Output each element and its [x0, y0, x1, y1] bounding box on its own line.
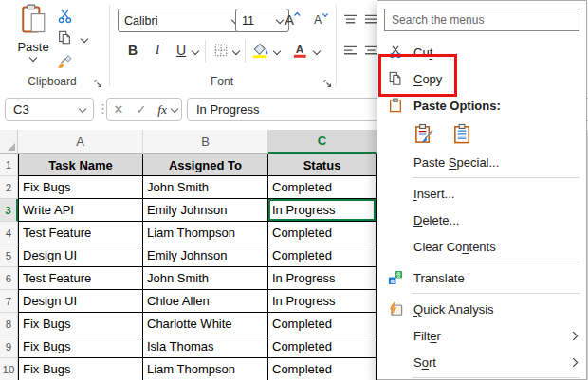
menu-item-label: Sort [413, 355, 436, 370]
menu-item-copy[interactable]: Copy [377, 65, 586, 92]
menu-item-quick-analysis[interactable]: Quick Analysis [377, 296, 586, 322]
increase-font-size-icon: A [282, 10, 301, 27]
borders-button[interactable] [211, 40, 231, 61]
row-header-2[interactable]: 2 [0, 176, 18, 199]
menu-item-label: Insert... [413, 187, 454, 201]
cell-C10[interactable]: Completed [268, 358, 377, 380]
row-header-6[interactable]: 6 [0, 267, 18, 290]
cell-A2[interactable]: Fix Bugs [18, 176, 143, 199]
decrease-font-size-icon: A [311, 11, 329, 27]
cell-A10[interactable]: Fix Bugs [18, 358, 143, 380]
column-header-B[interactable]: B [143, 130, 268, 154]
cell-C3[interactable]: In Progress [268, 199, 377, 222]
fill-color-chevron-icon[interactable] [273, 47, 281, 55]
menu-item-delete[interactable]: Delete... [377, 207, 586, 233]
row-header-10[interactable]: 10 [0, 358, 18, 380]
decrease-font-size-button[interactable]: A [309, 9, 330, 29]
select-all-corner[interactable] [0, 130, 18, 154]
align-left-button[interactable] [340, 40, 360, 61]
cell-B7[interactable]: Chloe Allen [143, 290, 268, 313]
menu-item-label: Copy [413, 72, 442, 86]
cell-C5[interactable]: Completed [268, 244, 377, 267]
cell-A4[interactable]: Test Feature [18, 222, 143, 244]
fill-color-icon [251, 43, 269, 59]
row-header-1[interactable]: 1 [0, 154, 18, 176]
menu-item-translate[interactable]: aTranslate [377, 264, 586, 291]
copy-button[interactable] [54, 27, 75, 48]
menu-item-paste-options[interactable]: Paste Options: [377, 92, 586, 118]
menu-item-filter[interactable]: Filter [377, 322, 586, 349]
insert-function-button[interactable]: fx [153, 102, 172, 118]
cell-C1[interactable]: Status [268, 154, 377, 176]
row-header-4[interactable]: 4 [0, 222, 18, 244]
menu-item-clear-contents[interactable]: Clear Contents [377, 233, 586, 260]
cell-A6[interactable]: Test Feature [18, 267, 143, 290]
svg-text:a: a [391, 278, 395, 285]
cell-C6[interactable]: In Progress [268, 267, 377, 290]
cell-B8[interactable]: Charlotte White [143, 313, 268, 335]
row-header-3[interactable]: 3 [0, 199, 18, 222]
menu-item-cut[interactable]: Cut [377, 39, 586, 65]
cell-B10[interactable]: Liam Thompson [143, 358, 268, 380]
underline-chevron-icon[interactable] [192, 47, 199, 55]
column-header-A[interactable]: A [18, 130, 143, 154]
menu-item-insert[interactable]: Insert... [377, 180, 586, 207]
column-header-C[interactable]: C [268, 130, 377, 154]
cell-B5[interactable]: Emily Johnson [143, 244, 268, 267]
name-box[interactable]: C3 [5, 98, 94, 121]
row-header-8[interactable]: 8 [0, 313, 18, 335]
cell-B6[interactable]: John Smith [143, 267, 268, 290]
cell-B2[interactable]: John Smith [143, 176, 268, 199]
underline-button[interactable]: U [171, 40, 192, 61]
cut-button[interactable] [54, 6, 75, 27]
cell-C9[interactable]: Completed [268, 335, 377, 358]
cell-A1[interactable]: Task Name [18, 154, 143, 176]
cell-A9[interactable]: Fix Bugs [18, 335, 143, 358]
font-dialog-launcher-icon[interactable] [323, 76, 335, 87]
cut-icon [57, 9, 73, 25]
menu-item-paste-special[interactable]: Paste Special... [377, 149, 586, 175]
cell-A7[interactable]: Design UI [18, 290, 143, 313]
cell-B1[interactable]: Assigned To [143, 154, 268, 176]
top-align-button[interactable] [340, 9, 360, 29]
row-header-9[interactable]: 9 [0, 335, 18, 358]
format-painter-button[interactable] [54, 50, 75, 71]
empty-icon-gutter [386, 353, 405, 371]
sheet-row-1: 1Task NameAssigned ToStatus [0, 154, 377, 176]
cell-C7[interactable]: In Progress [268, 290, 377, 313]
cell-B3[interactable]: Emily Johnson [143, 199, 268, 222]
increase-font-size-button[interactable]: A [281, 9, 302, 29]
bold-button[interactable]: B [122, 40, 143, 61]
cell-A5[interactable]: Design UI [18, 244, 143, 267]
menu-item-sort[interactable]: Sort [377, 349, 586, 375]
cell-A8[interactable]: Fix Bugs [18, 313, 143, 335]
borders-chevron-icon[interactable] [232, 47, 240, 55]
excel-window: Paste Clipboard Calibri 11 A A B I U A [0, 0, 588, 380]
clipboard-dialog-launcher-icon[interactable] [94, 76, 105, 87]
paste-button[interactable]: Paste [11, 3, 55, 73]
cell-C4[interactable]: Completed [268, 222, 377, 244]
font-color-chevron-icon[interactable] [313, 47, 321, 55]
paste-values-button[interactable] [450, 121, 474, 146]
enter-button[interactable]: ✓ [130, 102, 153, 117]
menu-search-input[interactable] [384, 9, 579, 31]
copy-dropdown-chevron-icon[interactable] [81, 35, 88, 43]
cancel-button[interactable]: ✕ [107, 102, 130, 117]
cell-A3[interactable]: Write API [18, 199, 143, 222]
cell-B9[interactable]: Isla Thomas [143, 335, 268, 358]
row-header-7[interactable]: 7 [0, 290, 18, 313]
paste-keep-formatting-button[interactable] [412, 121, 436, 146]
formula-bar-buttons: ✕ ✓ fx [106, 98, 182, 121]
cell-C8[interactable]: Completed [268, 313, 377, 335]
small-separator [205, 40, 206, 63]
font-color-button[interactable]: A [289, 40, 310, 61]
fill-color-button[interactable] [249, 40, 270, 61]
paste-dropdown-chevron-icon[interactable] [29, 54, 37, 62]
submenu-arrow-icon [572, 357, 579, 368]
row-header-5[interactable]: 5 [0, 244, 18, 267]
italic-button[interactable]: I [147, 40, 168, 61]
cell-C2[interactable]: Completed [268, 176, 377, 199]
empty-icon-gutter [386, 237, 405, 256]
font-name-combo[interactable]: Calibri [118, 9, 245, 32]
cell-B4[interactable]: Liam Thompson [143, 222, 268, 244]
